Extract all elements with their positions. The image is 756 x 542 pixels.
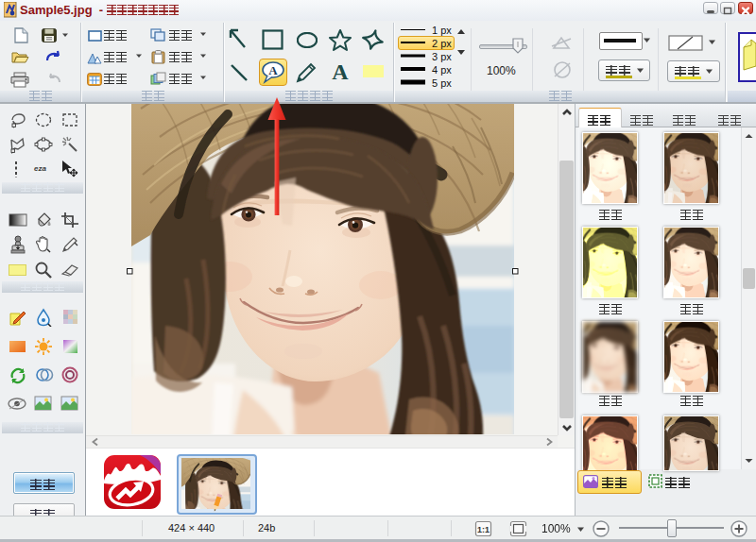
- svg-text:A: A: [332, 62, 349, 82]
- svg-text:A: A: [268, 63, 278, 77]
- svg-text:1:1: 1:1: [477, 525, 490, 534]
